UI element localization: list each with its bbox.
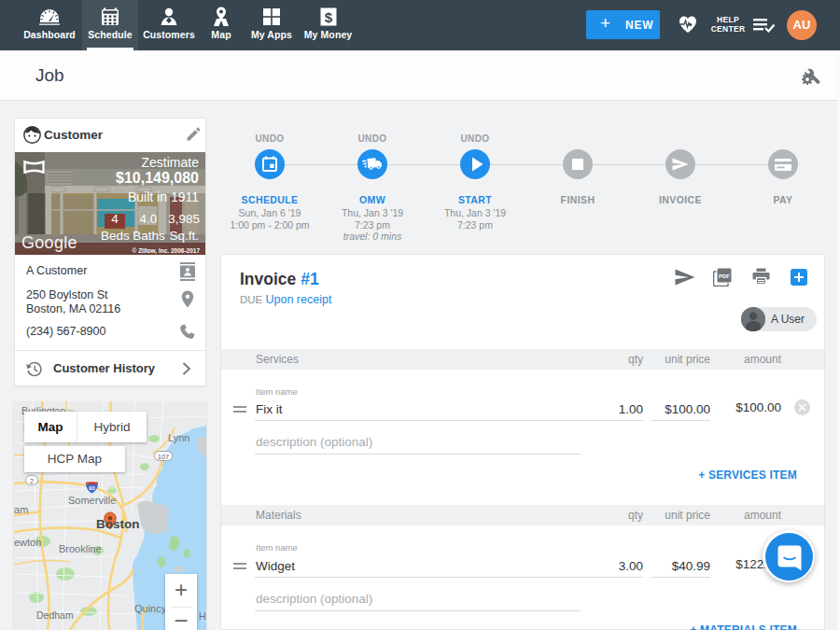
- svg-text:$: $: [324, 9, 332, 25]
- svg-text:PDF: PDF: [719, 273, 730, 279]
- svg-text:93: 93: [89, 485, 94, 491]
